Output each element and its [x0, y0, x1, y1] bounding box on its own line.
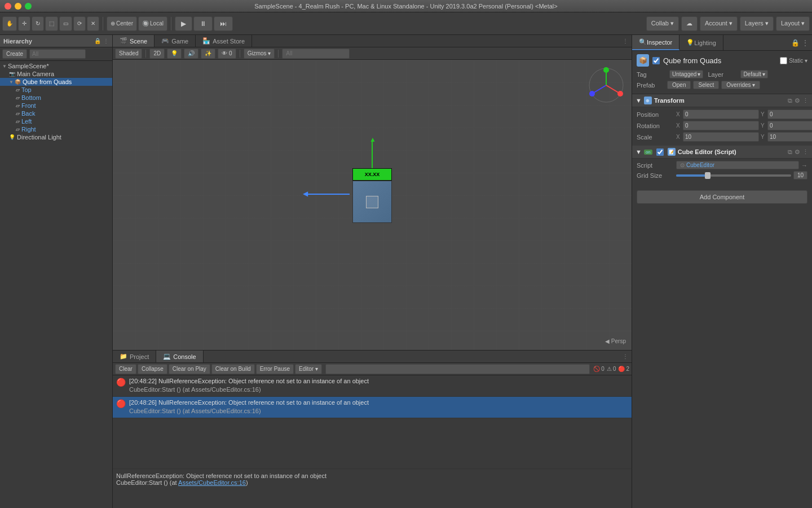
script-ref[interactable]: ⊙ CubeEditor [676, 161, 799, 169]
clear-button[interactable]: Clear [115, 364, 136, 374]
error-pause-button[interactable]: Error Pause [256, 364, 294, 374]
collapse-button[interactable]: Collapse [138, 364, 167, 374]
open-prefab-button[interactable]: Open [667, 81, 691, 89]
scene-lock-icon[interactable]: ⋮ [623, 38, 628, 44]
hierarchy-item-maincamera[interactable]: 📷 Main Camera [0, 70, 112, 78]
transform-copy-icon[interactable]: ⧉ [788, 97, 792, 104]
cubeeditor-copy-icon[interactable]: ⧉ [788, 148, 792, 156]
tab-console[interactable]: 💻 Console [156, 351, 203, 362]
prefab-label: Prefab [637, 82, 665, 89]
editor-button[interactable]: Editor ▾ [295, 364, 322, 374]
cubeeditor-active-checkbox[interactable] [656, 148, 664, 156]
collab-button[interactable]: Collab ▾ [646, 16, 679, 31]
layer-dropdown[interactable]: Default ▾ [740, 70, 768, 78]
account-button[interactable]: Account ▾ [700, 16, 738, 31]
object-active-checkbox[interactable] [652, 57, 660, 64]
cube-top-face: XX.XX [352, 168, 392, 181]
close-button[interactable] [5, 3, 11, 10]
move-tool[interactable]: ✛ [18, 16, 30, 31]
cubeeditor-settings-icon[interactable]: ⚙ [795, 148, 800, 156]
scale-x-input[interactable] [683, 132, 759, 142]
2d-button[interactable]: 2D [149, 49, 165, 59]
pos-y-input[interactable] [767, 110, 812, 119]
hierarchy-item-samplescene[interactable]: ▼ SampleScene* [0, 62, 112, 70]
console-search[interactable] [325, 364, 590, 374]
select-prefab-button[interactable]: Select [693, 81, 719, 89]
msg-text-1: [20:48:22] NullReferenceException: Objec… [129, 377, 369, 395]
effects-button[interactable]: ✨ [201, 49, 215, 59]
audio-button[interactable]: 🔊 [184, 49, 198, 59]
create-button[interactable]: Create [2, 49, 27, 59]
hierarchy-item-back[interactable]: ▱ Back [0, 110, 112, 117]
hierarchy-item-bottom[interactable]: ▱ Bottom [0, 94, 112, 102]
hierarchy-item-qubefromquads[interactable]: ▼ 📦 Qube from Quads [0, 78, 112, 86]
transform-more-icon[interactable]: ⋮ [802, 97, 809, 104]
hierarchy-item-left[interactable]: ▱ Left [0, 117, 112, 125]
pos-x-input[interactable] [683, 110, 759, 119]
gizmos-button[interactable]: Gizmos ▾ [244, 49, 275, 59]
console-message-2[interactable]: 🔴 [20:48:26] NullReferenceException: Obj… [113, 397, 632, 418]
play-button[interactable]: ▶ [175, 16, 192, 31]
arrow-samplescene[interactable]: ▼ [2, 64, 7, 69]
detail-link[interactable]: Assets/CubeEditor.cs:16 [178, 479, 246, 486]
shading-button[interactable]: Shaded [115, 49, 142, 59]
rotation-row: Rotation X Y Z [637, 121, 807, 130]
hidden-count[interactable]: 👁 0 [218, 49, 236, 59]
pivot-button[interactable]: ⊕ Center [107, 16, 137, 31]
console-more-icon[interactable]: ⋮ [623, 353, 628, 360]
rect-tool[interactable]: ▭ [59, 16, 72, 31]
static-toggle[interactable]: Static ▾ [780, 57, 807, 64]
more-icon[interactable]: ⋮ [103, 38, 109, 44]
transform-header[interactable]: ▼ ⊕ Transform ⧉ ⚙ ⋮ [632, 94, 812, 107]
tab-scene[interactable]: 🎬 Scene [113, 35, 155, 47]
lock-icon[interactable]: 🔒 [94, 38, 101, 44]
static-checkbox[interactable] [780, 57, 787, 64]
layers-button[interactable]: Layers ▾ [740, 16, 774, 31]
overrides-button[interactable]: Overrides ▾ [721, 81, 760, 89]
tab-lighting[interactable]: 💡 Lighting [679, 35, 723, 50]
pause-button[interactable]: ⏸ [193, 16, 213, 31]
step-button[interactable]: ⏭ [214, 16, 233, 31]
custom-tool[interactable]: ✕ [87, 16, 99, 31]
scene-grid: Y Z X ▲ [113, 60, 632, 350]
msg-text-2: [20:48:26] NullReferenceException: Objec… [129, 398, 369, 416]
hand-tool[interactable]: ✋ [2, 16, 17, 31]
lights-button[interactable]: 💡 [167, 49, 182, 59]
hierarchy-item-directionallight[interactable]: 💡 Directional Light [0, 133, 112, 141]
arrow-qube[interactable]: ▼ [9, 80, 14, 85]
rotate-tool[interactable]: ↻ [32, 16, 44, 31]
hierarchy-item-top[interactable]: ▱ Top [0, 86, 112, 94]
layout-button[interactable]: Layout ▾ [776, 16, 810, 31]
script-goto-icon[interactable]: → [801, 162, 807, 169]
transform-settings-icon[interactable]: ⚙ [795, 97, 800, 104]
cubeeditor-more-icon[interactable]: ⋮ [802, 148, 809, 156]
tab-project[interactable]: 📁 Project [113, 351, 156, 362]
scale-y-input[interactable] [767, 132, 812, 142]
cloud-button[interactable]: ☁ [681, 16, 698, 31]
hierarchy-search[interactable] [29, 49, 86, 59]
transform-tool[interactable]: ⟳ [73, 16, 86, 31]
clear-on-build-button[interactable]: Clear on Build [211, 364, 255, 374]
tab-inspector[interactable]: 🔍 Inspector [632, 35, 679, 50]
console-message-1[interactable]: 🔴 [20:48:22] NullReferenceException: Obj… [113, 375, 632, 397]
more-tab-icon[interactable]: ⋮ [802, 39, 809, 47]
hierarchy-item-right[interactable]: ▱ Right [0, 125, 112, 133]
hierarchy-item-front[interactable]: ▱ Front [0, 102, 112, 110]
minimize-button[interactable] [15, 3, 21, 10]
tab-assetstore[interactable]: 🏪 Asset Store [196, 35, 252, 47]
tab-game[interactable]: 🎮 Game [155, 35, 196, 47]
clear-on-play-button[interactable]: Clear on Play [169, 364, 210, 374]
cubeeditor-header[interactable]: ▼ on 📝 Cube Editor (Script) ⧉ ⚙ ⋮ [632, 146, 812, 159]
scene-view[interactable]: Y Z X ▲ [113, 60, 632, 350]
lock-tab-icon[interactable]: 🔒 [791, 39, 800, 47]
slider-thumb[interactable] [705, 172, 710, 179]
scale-tool[interactable]: ⬚ [45, 16, 58, 31]
tag-dropdown[interactable]: Untagged ▾ [669, 70, 703, 78]
gridsize-slider[interactable] [676, 174, 791, 177]
maximize-button[interactable] [25, 3, 32, 10]
rot-y-input[interactable] [767, 121, 812, 130]
space-button[interactable]: 🔘 Local [138, 16, 167, 31]
rot-x-input[interactable] [683, 121, 759, 130]
scene-search[interactable] [282, 49, 350, 59]
add-component-button[interactable]: Add Component [637, 190, 807, 204]
